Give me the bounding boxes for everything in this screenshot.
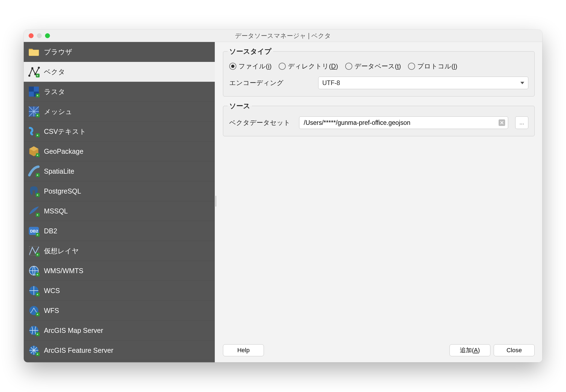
wms-icon: + <box>28 264 40 277</box>
raster-icon: + <box>28 85 40 98</box>
sidebar-item-spatialite[interactable]: + SpatiaLite <box>24 161 215 181</box>
svg-text:+: + <box>37 333 38 336</box>
sidebar-item-label: PostgreSQL <box>44 187 81 195</box>
close-window-button[interactable] <box>29 33 34 38</box>
browse-button[interactable]: … <box>515 116 528 129</box>
virtual-layer-icon: + <box>28 245 40 257</box>
dialog-footer: Help 追加(A) Close <box>223 344 535 356</box>
svg-text:+: + <box>37 213 38 216</box>
sidebar-item-browser[interactable]: ブラウザ <box>24 42 215 62</box>
dataset-label: ベクタデータセット <box>229 118 292 127</box>
svg-text:+: + <box>37 273 38 276</box>
sidebar-item-label: ArcGIS Feature Server <box>44 346 113 354</box>
sidebar-item-label: WMS/WMTS <box>44 267 83 275</box>
sidebar-item-label: ラスタ <box>44 87 65 96</box>
svg-text:+: + <box>37 134 38 137</box>
add-button[interactable]: 追加(A) <box>449 344 490 356</box>
svg-text:+: + <box>37 293 38 296</box>
dataset-path-field[interactable] <box>303 119 496 127</box>
main-panel: ソースタイプ ファイル(i) ディレクトリ(D) データベース(t) <box>217 42 542 362</box>
svg-text:+: + <box>37 114 38 117</box>
geopackage-icon: + <box>28 145 40 158</box>
svg-point-3 <box>38 67 40 69</box>
sidebar-item-label: メッシュ <box>44 107 72 116</box>
sidebar-item-label: 仮想レイヤ <box>44 246 79 255</box>
radio-file[interactable]: ファイル(i) <box>229 62 272 71</box>
svg-text:+: + <box>37 153 38 157</box>
svg-rect-7 <box>29 87 34 92</box>
svg-text:DB2: DB2 <box>30 229 38 233</box>
sidebar-item-geopackage[interactable]: + GeoPackage <box>24 141 215 161</box>
dataset-path-field-wrap <box>299 116 508 129</box>
radio-dot-icon <box>229 63 236 70</box>
sidebar-item-arcgis-map-server[interactable]: + ArcGIS Map Server <box>24 321 215 340</box>
source-legend: ソース <box>228 101 252 110</box>
radio-database[interactable]: データベース(t) <box>345 62 401 71</box>
splitter-handle[interactable] <box>215 42 217 362</box>
help-button[interactable]: Help <box>223 344 264 356</box>
arcgis-map-icon: + <box>28 324 40 337</box>
window-controls <box>24 33 50 38</box>
source-type-legend: ソースタイプ <box>228 47 273 56</box>
encoding-select[interactable]: UTF-8 <box>318 77 528 89</box>
sidebar-item-label: CSVテキスト <box>44 127 86 136</box>
svg-point-1 <box>31 67 33 69</box>
radio-file-label: ファイル(i) <box>239 62 272 71</box>
sidebar-item-mesh[interactable]: + メッシュ <box>24 102 215 122</box>
svg-text:+: + <box>37 253 38 256</box>
sidebar-item-label: WFS <box>44 307 59 315</box>
svg-text:+: + <box>37 233 38 236</box>
svg-text:+: + <box>37 74 38 77</box>
minimize-window-button[interactable] <box>37 33 42 38</box>
radio-protocol[interactable]: プロトコル(l) <box>408 62 457 71</box>
sidebar-item-label: ベクタ <box>44 67 65 76</box>
sidebar-item-label: ブラウザ <box>44 47 72 56</box>
encoding-value: UTF-8 <box>322 79 340 87</box>
sidebar-item-label: DB2 <box>44 227 57 235</box>
svg-point-0 <box>28 75 30 77</box>
sidebar-item-wms-wmts[interactable]: + WMS/WMTS <box>24 261 215 281</box>
radio-directory-label: ディレクトリ(D) <box>288 62 338 71</box>
sidebar-item-arcgis-feature-server[interactable]: + ArcGIS Feature Server <box>24 340 215 360</box>
spatialite-icon: + <box>28 165 40 177</box>
wcs-icon: + <box>28 284 40 297</box>
chevron-down-icon <box>520 82 524 84</box>
window-title: データソースマネージャ | ベクタ <box>24 32 542 40</box>
encoding-label: エンコーディング <box>229 79 311 87</box>
svg-text:+: + <box>37 352 38 356</box>
source-type-group: ソースタイプ ファイル(i) ディレクトリ(D) データベース(t) <box>223 47 535 97</box>
sidebar-item-vector[interactable]: + ベクタ <box>24 62 215 82</box>
radio-directory[interactable]: ディレクトリ(D) <box>279 62 338 71</box>
sidebar-item-label: MSSQL <box>44 207 68 215</box>
sidebar-item-db2[interactable]: DB2 + DB2 <box>24 221 215 241</box>
svg-text:+: + <box>37 173 38 177</box>
radio-database-label: データベース(t) <box>355 62 401 71</box>
titlebar: データソースマネージャ | ベクタ <box>24 30 542 42</box>
radio-protocol-label: プロトコル(l) <box>417 62 457 71</box>
mssql-icon: + <box>28 205 40 217</box>
clear-input-button[interactable] <box>499 119 505 126</box>
sidebar-item-wfs[interactable]: + WFS <box>24 301 215 321</box>
close-button[interactable]: Close <box>494 344 535 356</box>
sidebar-item-csv[interactable]: + CSVテキスト <box>24 122 215 141</box>
folder-icon <box>28 46 40 58</box>
postgresql-icon: + <box>28 185 40 197</box>
flex-spacer <box>223 141 535 339</box>
zoom-window-button[interactable] <box>45 33 50 38</box>
sidebar-item-raster[interactable]: + ラスタ <box>24 82 215 102</box>
sidebar-item-label: SpatiaLite <box>44 167 74 175</box>
source-type-radio-row: ファイル(i) ディレクトリ(D) データベース(t) プロトコル(l <box>229 62 528 71</box>
svg-text:+: + <box>37 94 38 97</box>
sidebar-item-postgresql[interactable]: + PostgreSQL <box>24 181 215 201</box>
wfs-icon: + <box>28 304 40 317</box>
sidebar-item-mssql[interactable]: + MSSQL <box>24 201 215 221</box>
sidebar-item-wcs[interactable]: + WCS <box>24 281 215 301</box>
radio-dot-icon <box>408 63 415 70</box>
radio-dot-icon <box>345 63 352 70</box>
sidebar-item-virtual-layer[interactable]: + 仮想レイヤ <box>24 241 215 261</box>
db2-icon: DB2 + <box>28 225 40 237</box>
datasource-sidebar: ブラウザ + ベクタ <box>24 42 215 362</box>
sidebar-item-label: ArcGIS Map Server <box>44 327 103 334</box>
mesh-icon: + <box>28 105 40 118</box>
svg-text:+: + <box>37 193 38 197</box>
